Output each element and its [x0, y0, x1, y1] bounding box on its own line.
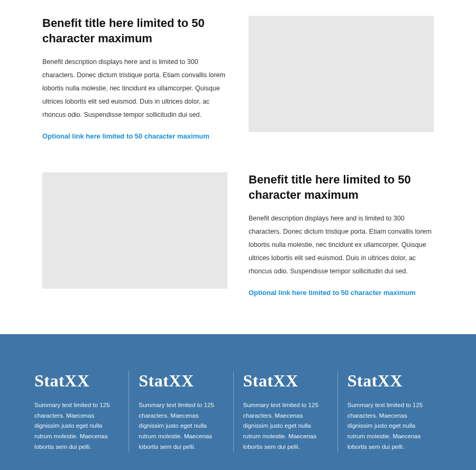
- stat-summary: Summary text limited to 125 characters. …: [347, 400, 432, 452]
- benefit-link[interactable]: Optional link here limited to 50 charact…: [249, 289, 416, 297]
- benefit-title: Benefit title here limited to 50 charact…: [42, 16, 227, 46]
- stat-column: StatXX Summary text limited to 125 chara…: [34, 371, 129, 452]
- benefit-description: Benefit description displays here and is…: [249, 212, 434, 278]
- stat-title: StatXX: [347, 371, 432, 391]
- image-placeholder: [249, 16, 434, 132]
- stat-title: StatXX: [34, 371, 119, 391]
- stat-summary: Summary text limited to 125 characters. …: [34, 400, 119, 452]
- benefits-section: Benefit title here limited to 50 charact…: [0, 0, 476, 334]
- benefit-title: Benefit title here limited to 50 charact…: [249, 172, 434, 202]
- benefit-row: Benefit title here limited to 50 charact…: [42, 16, 434, 141]
- benefit-text-block: Benefit title here limited to 50 charact…: [42, 16, 227, 141]
- benefit-description: Benefit description displays here and is…: [42, 56, 227, 122]
- stat-column: StatXX Summary text limited to 125 chara…: [233, 371, 337, 452]
- benefit-media: [42, 172, 227, 289]
- stat-title: StatXX: [139, 371, 223, 391]
- benefit-row: Benefit title here limited to 50 charact…: [42, 172, 434, 297]
- stat-summary: Summary text limited to 125 characters. …: [139, 400, 223, 452]
- benefit-media: [249, 16, 434, 132]
- benefit-link[interactable]: Optional link here limited to 50 charact…: [42, 132, 209, 140]
- stat-summary: Summary text limited to 125 characters. …: [243, 400, 328, 452]
- image-placeholder: [42, 172, 227, 289]
- benefit-text-block: Benefit title here limited to 50 charact…: [249, 172, 434, 297]
- stats-section: StatXX Summary text limited to 125 chara…: [0, 334, 476, 470]
- stat-title: StatXX: [243, 371, 328, 391]
- stat-column: StatXX Summary text limited to 125 chara…: [129, 371, 233, 452]
- stat-column: StatXX Summary text limited to 125 chara…: [337, 371, 442, 452]
